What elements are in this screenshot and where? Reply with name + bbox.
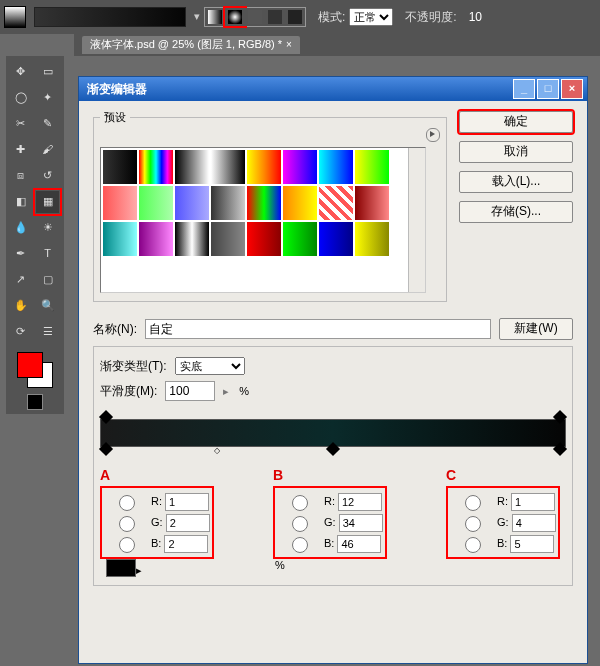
b-radio[interactable] — [455, 537, 491, 553]
new-button[interactable]: 新建(W) — [499, 318, 573, 340]
r-input[interactable] — [338, 493, 382, 511]
preset-swatch[interactable] — [319, 222, 353, 256]
dodge-tool[interactable]: ☀ — [35, 216, 60, 240]
b-input[interactable] — [164, 535, 208, 553]
hand-tool[interactable]: ✋ — [8, 294, 33, 318]
midpoint[interactable]: ◇ — [214, 446, 220, 456]
g-input[interactable] — [166, 514, 210, 532]
angle-gradient-button[interactable] — [245, 8, 265, 26]
preset-swatch[interactable] — [103, 186, 137, 220]
r-radio[interactable] — [282, 495, 318, 511]
smoothness-input[interactable] — [165, 381, 215, 401]
g-radio[interactable] — [455, 516, 491, 532]
type-tool[interactable]: T — [35, 242, 60, 266]
document-tab[interactable]: 液体字体.psd @ 25% (图层 1, RGB/8) * × — [82, 36, 300, 53]
b-input[interactable] — [337, 535, 381, 553]
color-swatches[interactable] — [17, 352, 53, 388]
preset-swatch[interactable] — [247, 186, 281, 220]
close-button[interactable]: × — [561, 79, 583, 99]
g-radio[interactable] — [109, 516, 145, 532]
preset-swatch[interactable] — [139, 186, 173, 220]
quickmask-toggle[interactable] — [27, 394, 43, 410]
preset-swatch[interactable] — [175, 222, 209, 256]
gradient-tool[interactable]: ▦ — [35, 190, 60, 214]
foreground-swatch[interactable] — [4, 6, 26, 28]
blend-mode-select[interactable]: 正常 — [349, 8, 393, 26]
eraser-tool[interactable]: ◧ — [8, 190, 33, 214]
preset-menu-icon[interactable] — [426, 128, 440, 142]
b-input[interactable] — [510, 535, 554, 553]
preset-swatch[interactable] — [355, 222, 389, 256]
wand-tool[interactable]: ✦ — [35, 86, 60, 110]
preset-swatch[interactable] — [175, 150, 209, 184]
preset-swatch[interactable] — [211, 186, 245, 220]
b-radio[interactable] — [109, 537, 145, 553]
g-input[interactable] — [339, 514, 383, 532]
color-stop-a[interactable] — [99, 442, 113, 456]
g-input[interactable] — [512, 514, 556, 532]
move-tool[interactable]: ✥ — [8, 60, 33, 84]
preset-swatch[interactable] — [283, 186, 317, 220]
preset-swatch[interactable] — [103, 150, 137, 184]
color-preview[interactable] — [106, 559, 136, 577]
preset-swatch[interactable] — [139, 150, 173, 184]
load-button[interactable]: 载入(L)... — [459, 171, 573, 193]
opacity-stop[interactable] — [99, 410, 113, 424]
gradient-bar[interactable]: ◇ — [100, 419, 566, 447]
preset-swatch[interactable] — [175, 186, 209, 220]
reflected-gradient-button[interactable] — [265, 8, 285, 26]
heal-tool[interactable]: ✚ — [8, 138, 33, 162]
preset-swatch[interactable] — [355, 150, 389, 184]
marquee-tool[interactable]: ▭ — [35, 60, 60, 84]
preset-swatch[interactable] — [283, 222, 317, 256]
color-stop-c[interactable] — [553, 442, 567, 456]
crop-tool[interactable]: ✂ — [8, 112, 33, 136]
gradient-preview[interactable] — [34, 7, 186, 27]
g-radio[interactable] — [282, 516, 318, 532]
preset-swatch[interactable] — [103, 222, 137, 256]
r-input[interactable] — [165, 493, 209, 511]
preset-swatch[interactable] — [319, 186, 353, 220]
eyedropper-tool[interactable]: ✎ — [35, 112, 60, 136]
save-button[interactable]: 存储(S)... — [459, 201, 573, 223]
preset-swatch[interactable] — [283, 150, 317, 184]
path-tool[interactable]: ↗ — [8, 268, 33, 292]
ok-button[interactable]: 确定 — [459, 111, 573, 133]
dropdown-icon[interactable]: ▾ — [194, 10, 200, 23]
stamp-tool[interactable]: ⧇ — [8, 164, 33, 188]
chevron-right-icon[interactable]: ▸ — [136, 564, 142, 576]
opacity-value[interactable]: 10 — [469, 10, 482, 24]
maximize-button[interactable]: □ — [537, 79, 559, 99]
b-radio[interactable] — [282, 537, 318, 553]
preset-swatch[interactable] — [139, 222, 173, 256]
shape-tool[interactable]: ▢ — [35, 268, 60, 292]
r-input[interactable] — [511, 493, 555, 511]
preset-swatch[interactable] — [211, 222, 245, 256]
radial-gradient-button[interactable] — [225, 8, 245, 26]
gradient-type-select[interactable]: 实底 — [175, 357, 245, 375]
brush-tool[interactable]: 🖌 — [35, 138, 60, 162]
r-radio[interactable] — [455, 495, 491, 511]
opacity-stop[interactable] — [553, 410, 567, 424]
diamond-gradient-button[interactable] — [285, 8, 305, 26]
preset-swatch[interactable] — [355, 186, 389, 220]
linear-gradient-button[interactable] — [205, 8, 225, 26]
chevron-right-icon[interactable]: ▸ — [223, 385, 229, 398]
name-input[interactable] — [145, 319, 491, 339]
r-radio[interactable] — [109, 495, 145, 511]
close-icon[interactable]: × — [286, 39, 292, 51]
dialog-titlebar[interactable]: 渐变编辑器 _ □ × — [79, 77, 587, 101]
preset-grid[interactable] — [100, 147, 426, 293]
notes-tool[interactable]: ☰ — [35, 320, 60, 344]
preset-swatch[interactable] — [247, 150, 281, 184]
blur-tool[interactable]: 💧 — [8, 216, 33, 240]
pen-tool[interactable]: ✒ — [8, 242, 33, 266]
preset-swatch[interactable] — [247, 222, 281, 256]
lasso-tool[interactable]: ◯ — [8, 86, 33, 110]
rotate-tool[interactable]: ⟳ — [8, 320, 33, 344]
cancel-button[interactable]: 取消 — [459, 141, 573, 163]
minimize-button[interactable]: _ — [513, 79, 535, 99]
preset-swatch[interactable] — [319, 150, 353, 184]
color-stop-b[interactable] — [326, 442, 340, 456]
preset-swatch[interactable] — [211, 150, 245, 184]
